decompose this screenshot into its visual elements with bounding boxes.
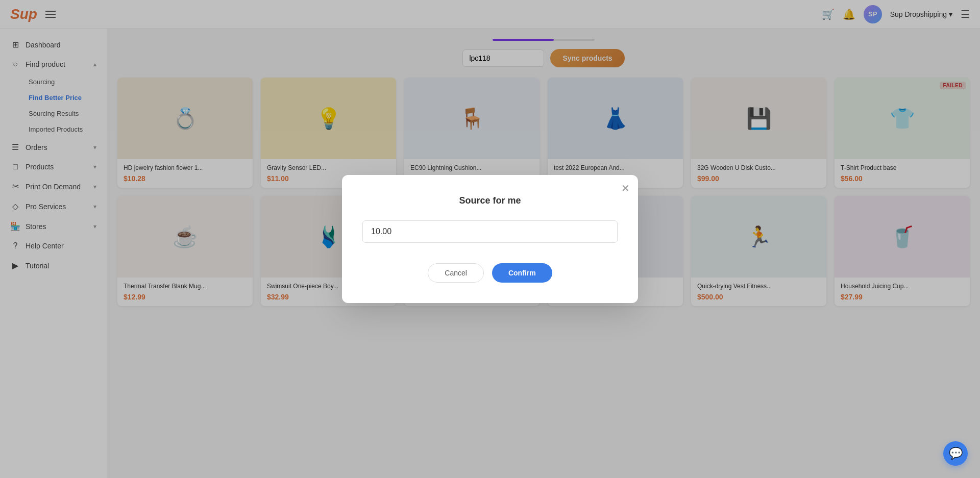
confirm-button[interactable]: Confirm [492,263,552,283]
modal-overlay: ✕ Source for me Cancel Confirm [0,0,980,478]
modal-actions: Cancel Confirm [362,263,618,283]
chat-button[interactable]: 💬 [943,441,968,466]
price-input[interactable] [362,220,618,243]
close-modal-button[interactable]: ✕ [621,183,630,193]
source-for-me-modal: ✕ Source for me Cancel Confirm [342,175,638,303]
chat-icon: 💬 [949,447,963,460]
cancel-button[interactable]: Cancel [428,263,484,283]
modal-title: Source for me [362,195,618,206]
